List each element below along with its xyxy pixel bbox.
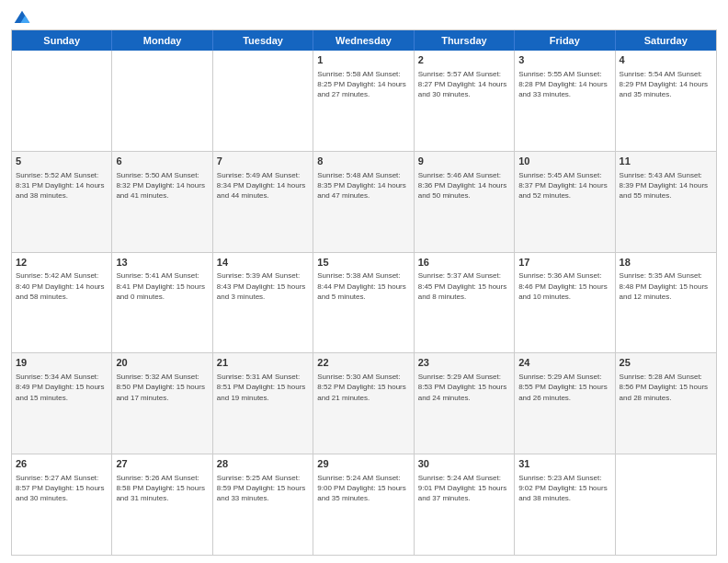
week-row-4: 26Sunrise: 5:27 AM Sunset: 8:57 PM Dayli… <box>12 454 716 555</box>
cal-cell-w2-d5: 17Sunrise: 5:36 AM Sunset: 8:46 PM Dayli… <box>515 253 615 353</box>
cell-date: 1 <box>317 53 409 67</box>
cell-info: Sunrise: 5:43 AM Sunset: 8:39 PM Dayligh… <box>620 170 712 201</box>
cal-cell-w2-d6: 18Sunrise: 5:35 AM Sunset: 8:48 PM Dayli… <box>616 253 716 353</box>
calendar: SundayMondayTuesdayWednesdayThursdayFrid… <box>11 29 717 556</box>
cal-cell-w1-d2: 7Sunrise: 5:49 AM Sunset: 8:34 PM Daylig… <box>213 152 313 252</box>
cell-date: 8 <box>317 155 409 168</box>
cell-date: 2 <box>418 53 510 67</box>
cell-date: 15 <box>317 256 409 270</box>
cell-date: 16 <box>418 256 510 270</box>
cell-date: 14 <box>217 256 309 270</box>
week-row-3: 19Sunrise: 5:34 AM Sunset: 8:49 PM Dayli… <box>12 352 716 454</box>
cell-date: 21 <box>217 356 309 370</box>
cal-cell-w1-d6: 11Sunrise: 5:43 AM Sunset: 8:39 PM Dayli… <box>616 152 716 252</box>
cell-info: Sunrise: 5:24 AM Sunset: 9:00 PM Dayligh… <box>317 473 409 504</box>
header-day-sunday: Sunday <box>12 30 112 51</box>
cell-info: Sunrise: 5:36 AM Sunset: 8:46 PM Dayligh… <box>518 270 610 302</box>
cell-info: Sunrise: 5:35 AM Sunset: 8:48 PM Dayligh… <box>620 270 712 302</box>
cell-date: 25 <box>620 356 712 370</box>
header-day-friday: Friday <box>515 30 615 51</box>
cal-cell-w3-d6: 25Sunrise: 5:28 AM Sunset: 8:56 PM Dayli… <box>616 353 716 454</box>
cell-date: 31 <box>518 457 610 471</box>
cal-cell-w3-d1: 20Sunrise: 5:32 AM Sunset: 8:50 PM Dayli… <box>112 353 212 454</box>
cell-info: Sunrise: 5:34 AM Sunset: 8:49 PM Dayligh… <box>16 372 108 403</box>
cal-cell-w4-d4: 30Sunrise: 5:24 AM Sunset: 9:01 PM Dayli… <box>415 454 515 555</box>
logo <box>11 9 31 24</box>
cell-date: 24 <box>518 356 610 370</box>
cell-date: 23 <box>418 356 510 370</box>
cell-date: 22 <box>317 356 409 370</box>
week-row-0: 1Sunrise: 5:58 AM Sunset: 8:25 PM Daylig… <box>12 51 716 151</box>
cell-info: Sunrise: 5:42 AM Sunset: 8:40 PM Dayligh… <box>16 270 108 302</box>
cal-cell-w3-d4: 23Sunrise: 5:29 AM Sunset: 8:53 PM Dayli… <box>415 353 515 454</box>
cal-cell-w3-d3: 22Sunrise: 5:30 AM Sunset: 8:52 PM Dayli… <box>313 353 414 454</box>
header-day-wednesday: Wednesday <box>313 30 414 51</box>
cal-cell-w4-d3: 29Sunrise: 5:24 AM Sunset: 9:00 PM Dayli… <box>313 454 414 555</box>
page: SundayMondayTuesdayWednesdayThursdayFrid… <box>0 0 728 563</box>
cal-cell-w2-d4: 16Sunrise: 5:37 AM Sunset: 8:45 PM Dayli… <box>415 253 515 353</box>
week-row-1: 5Sunrise: 5:52 AM Sunset: 8:31 PM Daylig… <box>12 151 716 252</box>
cal-cell-w3-d0: 19Sunrise: 5:34 AM Sunset: 8:49 PM Dayli… <box>12 353 112 454</box>
cell-date: 9 <box>418 155 510 168</box>
cell-date: 12 <box>16 256 108 270</box>
cal-cell-w0-d6: 4Sunrise: 5:54 AM Sunset: 8:29 PM Daylig… <box>616 51 716 151</box>
cell-date: 19 <box>16 356 108 370</box>
cal-cell-w2-d3: 15Sunrise: 5:38 AM Sunset: 8:44 PM Dayli… <box>313 253 414 353</box>
cell-info: Sunrise: 5:30 AM Sunset: 8:52 PM Dayligh… <box>317 372 409 403</box>
cal-cell-w2-d1: 13Sunrise: 5:41 AM Sunset: 8:41 PM Dayli… <box>112 253 212 353</box>
cal-cell-w4-d6 <box>616 454 716 555</box>
cal-cell-w1-d1: 6Sunrise: 5:50 AM Sunset: 8:32 PM Daylig… <box>112 152 212 252</box>
logo-icon <box>13 9 31 28</box>
cell-info: Sunrise: 5:32 AM Sunset: 8:50 PM Dayligh… <box>116 372 208 403</box>
cell-info: Sunrise: 5:29 AM Sunset: 8:53 PM Dayligh… <box>418 372 510 403</box>
cell-info: Sunrise: 5:27 AM Sunset: 8:57 PM Dayligh… <box>16 473 108 504</box>
cal-cell-w0-d4: 2Sunrise: 5:57 AM Sunset: 8:27 PM Daylig… <box>415 51 515 151</box>
cal-cell-w0-d2 <box>213 51 313 151</box>
cal-cell-w0-d1 <box>112 51 212 151</box>
cell-date: 10 <box>518 155 610 168</box>
cell-info: Sunrise: 5:54 AM Sunset: 8:29 PM Dayligh… <box>620 69 712 100</box>
cal-cell-w1-d0: 5Sunrise: 5:52 AM Sunset: 8:31 PM Daylig… <box>12 152 112 252</box>
cell-info: Sunrise: 5:23 AM Sunset: 9:02 PM Dayligh… <box>518 473 610 504</box>
header-day-saturday: Saturday <box>616 30 716 51</box>
cell-info: Sunrise: 5:41 AM Sunset: 8:41 PM Dayligh… <box>116 270 208 302</box>
cell-info: Sunrise: 5:50 AM Sunset: 8:32 PM Dayligh… <box>116 170 208 201</box>
cell-date: 11 <box>620 155 712 168</box>
cell-info: Sunrise: 5:57 AM Sunset: 8:27 PM Dayligh… <box>418 69 510 100</box>
cell-date: 20 <box>116 356 208 370</box>
cell-info: Sunrise: 5:39 AM Sunset: 8:43 PM Dayligh… <box>217 270 309 302</box>
cal-cell-w2-d0: 12Sunrise: 5:42 AM Sunset: 8:40 PM Dayli… <box>12 253 112 353</box>
cell-info: Sunrise: 5:28 AM Sunset: 8:56 PM Dayligh… <box>620 372 712 403</box>
cell-date: 7 <box>217 155 309 168</box>
cell-info: Sunrise: 5:24 AM Sunset: 9:01 PM Dayligh… <box>418 473 510 504</box>
cell-info: Sunrise: 5:38 AM Sunset: 8:44 PM Dayligh… <box>317 270 409 302</box>
cell-date: 4 <box>620 53 712 67</box>
cal-cell-w4-d0: 26Sunrise: 5:27 AM Sunset: 8:57 PM Dayli… <box>12 454 112 555</box>
cal-cell-w4-d1: 27Sunrise: 5:26 AM Sunset: 8:58 PM Dayli… <box>112 454 212 555</box>
cell-date: 26 <box>16 457 108 471</box>
cal-cell-w1-d4: 9Sunrise: 5:46 AM Sunset: 8:36 PM Daylig… <box>415 152 515 252</box>
header-day-monday: Monday <box>112 30 212 51</box>
cell-info: Sunrise: 5:49 AM Sunset: 8:34 PM Dayligh… <box>217 170 309 201</box>
cell-info: Sunrise: 5:55 AM Sunset: 8:28 PM Dayligh… <box>518 69 610 100</box>
cell-info: Sunrise: 5:46 AM Sunset: 8:36 PM Dayligh… <box>418 170 510 201</box>
cell-info: Sunrise: 5:25 AM Sunset: 8:59 PM Dayligh… <box>217 473 309 504</box>
cell-date: 29 <box>317 457 409 471</box>
cell-info: Sunrise: 5:58 AM Sunset: 8:25 PM Dayligh… <box>317 69 409 100</box>
cell-date: 5 <box>16 155 108 168</box>
cell-date: 13 <box>116 256 208 270</box>
cal-cell-w1-d3: 8Sunrise: 5:48 AM Sunset: 8:35 PM Daylig… <box>313 152 414 252</box>
cal-cell-w3-d2: 21Sunrise: 5:31 AM Sunset: 8:51 PM Dayli… <box>213 353 313 454</box>
cell-date: 18 <box>620 256 712 270</box>
cell-date: 28 <box>217 457 309 471</box>
calendar-body: 1Sunrise: 5:58 AM Sunset: 8:25 PM Daylig… <box>12 51 716 555</box>
header-day-tuesday: Tuesday <box>213 30 313 51</box>
cell-date: 17 <box>518 256 610 270</box>
cell-date: 27 <box>116 457 208 471</box>
cal-cell-w0-d0 <box>12 51 112 151</box>
header-day-thursday: Thursday <box>415 30 515 51</box>
cell-info: Sunrise: 5:48 AM Sunset: 8:35 PM Dayligh… <box>317 170 409 201</box>
cal-cell-w0-d5: 3Sunrise: 5:55 AM Sunset: 8:28 PM Daylig… <box>515 51 615 151</box>
cell-info: Sunrise: 5:37 AM Sunset: 8:45 PM Dayligh… <box>418 270 510 302</box>
calendar-header-row: SundayMondayTuesdayWednesdayThursdayFrid… <box>12 30 716 51</box>
